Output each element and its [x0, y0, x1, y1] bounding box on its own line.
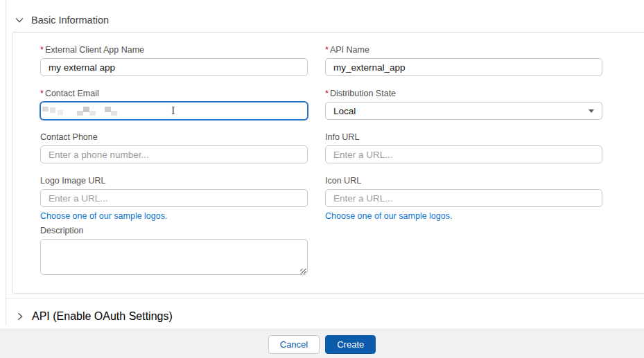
form-content: Basic Information *External Client App N… — [6, 0, 644, 335]
field-label: API Name — [330, 45, 369, 55]
field-distribution-state: *Distribution State Local — [325, 89, 602, 120]
field-icon-url: Icon URL Choose one of our sample logos. — [325, 176, 602, 222]
required-marker: * — [325, 89, 329, 98]
required-marker: * — [40, 45, 44, 55]
logo-image-url-input[interactable] — [40, 189, 308, 207]
field-label: Logo Image URL — [40, 176, 106, 186]
required-marker: * — [40, 89, 44, 98]
contact-email-input[interactable]: I — [40, 102, 308, 120]
sample-logos-link[interactable]: Choose one of our sample logos. — [325, 211, 452, 221]
create-button[interactable]: Create — [325, 335, 376, 354]
external-client-app-name-input[interactable] — [40, 58, 308, 76]
field-label: Description — [40, 226, 84, 235]
required-marker: * — [325, 45, 329, 55]
field-external-client-app-name: *External Client App Name — [40, 45, 308, 76]
field-logo-image-url: Logo Image URL Choose one of our sample … — [40, 176, 308, 222]
section-toggle-basic-information[interactable]: Basic Information — [15, 15, 644, 26]
selected-option: Local — [333, 106, 356, 116]
info-url-input[interactable] — [325, 145, 602, 163]
distribution-state-select[interactable]: Local — [325, 102, 602, 120]
description-textarea[interactable] — [40, 239, 308, 275]
footer-bar: Cancel Create — [0, 330, 644, 358]
field-description: Description — [40, 226, 308, 278]
text-cursor-icon: I — [171, 105, 175, 116]
field-contact-phone: Contact Phone — [40, 132, 308, 163]
new-external-client-app-form: Basic Information *External Client App N… — [0, 0, 644, 358]
contact-phone-input[interactable] — [40, 145, 308, 163]
section-title: Basic Information — [31, 15, 109, 26]
section-title: API (Enable OAuth Settings) — [32, 310, 173, 323]
field-api-name: *API Name — [325, 45, 602, 76]
chevron-down-icon — [589, 109, 594, 113]
field-info-url: Info URL — [325, 132, 602, 163]
field-contact-email: *Contact Email I — [40, 89, 308, 120]
field-label: Icon URL — [325, 176, 361, 186]
chevron-down-icon — [15, 15, 24, 25]
sample-logos-link[interactable]: Choose one of our sample logos. — [40, 211, 167, 221]
chevron-right-icon — [15, 312, 25, 321]
field-label: Contact Email — [45, 89, 99, 98]
icon-url-input[interactable] — [325, 189, 602, 207]
field-label: Contact Phone — [40, 132, 98, 142]
basic-information-card: *External Client App Name *API Name *Con… — [12, 32, 644, 294]
field-label: Info URL — [325, 132, 359, 142]
cancel-button[interactable]: Cancel — [268, 335, 320, 354]
field-label: External Client App Name — [45, 45, 144, 55]
field-label: Distribution State — [330, 89, 396, 98]
api-name-input[interactable] — [325, 58, 602, 76]
